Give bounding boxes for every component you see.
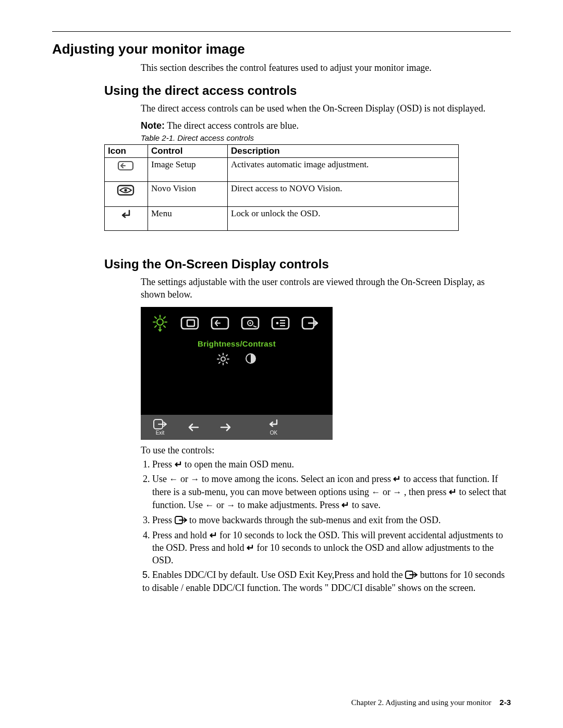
step-4: Press and hold ↵ for 10 seconds to lock …	[152, 529, 511, 567]
enter-icon: ↵	[341, 500, 349, 510]
enter-icon: ↵	[175, 459, 182, 470]
osd-ok-button: OK	[268, 419, 279, 436]
left-arrow-icon: ←	[169, 474, 178, 484]
svg-rect-13	[181, 317, 198, 329]
left-arrow-icon: ←	[371, 487, 380, 497]
t: , then press	[401, 487, 448, 497]
t: Use	[152, 474, 169, 484]
step-5-number: 5	[142, 570, 148, 580]
step-5: 5. Enables DDC/CI by default. Use OSD Ex…	[141, 569, 511, 594]
t: to open the main OSD menu.	[182, 459, 294, 470]
heading-osd-controls: Using the On-Screen Display controls	[104, 257, 511, 272]
page-footer: Chapter 2. Adjusting and using your moni…	[351, 698, 511, 707]
svg-point-20	[276, 322, 279, 325]
right-arrow-icon: →	[393, 487, 401, 497]
t: Press	[152, 515, 175, 525]
svg-rect-14	[187, 320, 194, 326]
svg-point-18	[249, 323, 251, 324]
footer-page-number: 2-3	[499, 698, 511, 707]
osd-exit-icon	[301, 316, 318, 332]
menu-enter-icon	[105, 206, 148, 230]
svg-line-11	[155, 326, 156, 327]
exit-icon	[405, 570, 418, 578]
direct-access-table: Icon Control Description Image Setup Act…	[104, 144, 459, 231]
svg-line-10	[164, 317, 165, 318]
heading-adjusting: Adjusting your monitor image	[52, 41, 511, 57]
table-row: Novo Vision Direct access to NOVO Vision…	[105, 181, 459, 206]
cell-control: Image Setup	[148, 157, 228, 181]
direct-access-intro: The direct access controls can be used w…	[141, 102, 511, 115]
svg-line-33	[219, 362, 220, 363]
note-line: Note: The direct access controls are blu…	[141, 120, 511, 131]
heading-direct-access: Using the direct access controls	[104, 83, 511, 98]
to-use-text: To use the controls:	[141, 445, 511, 456]
enter-icon: ↵	[449, 487, 457, 497]
svg-point-3	[157, 319, 163, 325]
osd-options-icon	[271, 316, 290, 332]
cell-description: Direct access to NOVO Vision.	[228, 181, 459, 206]
osd-sun-icon	[217, 353, 229, 368]
osd-image-position-icon	[180, 316, 199, 332]
svg-line-8	[155, 317, 156, 318]
th-control: Control	[148, 144, 228, 157]
table-header-row: Icon Control Description	[105, 144, 459, 157]
osd-image-properties-icon	[241, 316, 260, 332]
enter-icon: ↵	[247, 542, 254, 553]
th-icon: Icon	[105, 144, 148, 157]
svg-point-2	[124, 189, 127, 191]
novo-vision-icon	[105, 181, 148, 206]
left-arrow-icon: ←	[205, 500, 214, 510]
t: or	[214, 500, 226, 510]
osd-exit-label: Exit	[156, 430, 165, 436]
image-setup-icon	[105, 157, 148, 181]
cell-description: Lock or unlock the OSD.	[228, 206, 459, 230]
t: or	[380, 487, 393, 497]
enter-icon: ↵	[393, 474, 401, 484]
t: or	[178, 474, 191, 484]
exit-icon	[175, 515, 187, 523]
osd-ok-label: OK	[270, 430, 277, 436]
svg-line-30	[219, 355, 220, 356]
osd-title: Brightness/Contrast	[141, 339, 333, 348]
enter-icon: ↵	[210, 530, 217, 540]
svg-marker-12	[158, 329, 162, 332]
step-1: Press ↵ to open the main OSD menu.	[152, 458, 511, 471]
cell-control: Novo Vision	[148, 181, 228, 206]
svg-line-31	[226, 362, 227, 363]
osd-intro: The settings adjustable with the user co…	[141, 276, 511, 301]
th-description: Description	[228, 144, 459, 157]
t: to make adjustments. Press	[235, 500, 341, 510]
table-caption: Table 2-1. Direct access controls	[141, 133, 511, 142]
instructions-list: Press ↵ to open the main OSD menu. Use ←…	[141, 458, 511, 566]
osd-contrast-icon	[245, 353, 256, 368]
top-rule	[52, 31, 511, 32]
t: Press and hold	[152, 530, 210, 540]
step-3: Press to move backwards through the sub-…	[152, 514, 511, 526]
svg-line-9	[164, 326, 165, 327]
table-row: Image Setup Activates automatic image ad…	[105, 157, 459, 181]
note-label: Note:	[141, 120, 165, 131]
table-row: Menu Lock or unlock the OSD.	[105, 206, 459, 230]
footer-chapter: Chapter 2. Adjusting and using your moni…	[351, 698, 492, 707]
step-2: Use ← or → to move among the icons. Sele…	[152, 473, 511, 512]
t: Press	[152, 459, 175, 470]
osd-brightness-icon	[151, 314, 169, 334]
right-arrow-icon: →	[191, 474, 200, 484]
t: . Enables DDC/CI by default. Use OSD Exi…	[148, 570, 405, 580]
osd-exit-button: Exit	[153, 419, 167, 436]
osd-image-setup-icon	[211, 316, 229, 332]
osd-right-button	[220, 423, 231, 432]
cell-control: Menu	[148, 206, 228, 230]
cell-description: Activates automatic image adjustment.	[228, 157, 459, 181]
t: to save.	[349, 500, 380, 510]
t: to move among the icons. Select an icon …	[200, 474, 394, 484]
intro-text: This section describes the control featu…	[141, 61, 511, 74]
osd-screenshot: Brightness/Contrast Exit	[141, 307, 511, 440]
right-arrow-icon: →	[226, 500, 235, 510]
svg-line-32	[226, 355, 227, 356]
t: to move backwards through the sub-menus …	[187, 515, 441, 525]
osd-left-button	[188, 423, 199, 432]
svg-point-25	[221, 357, 225, 361]
note-text: The direct access controls are blue.	[165, 120, 299, 131]
